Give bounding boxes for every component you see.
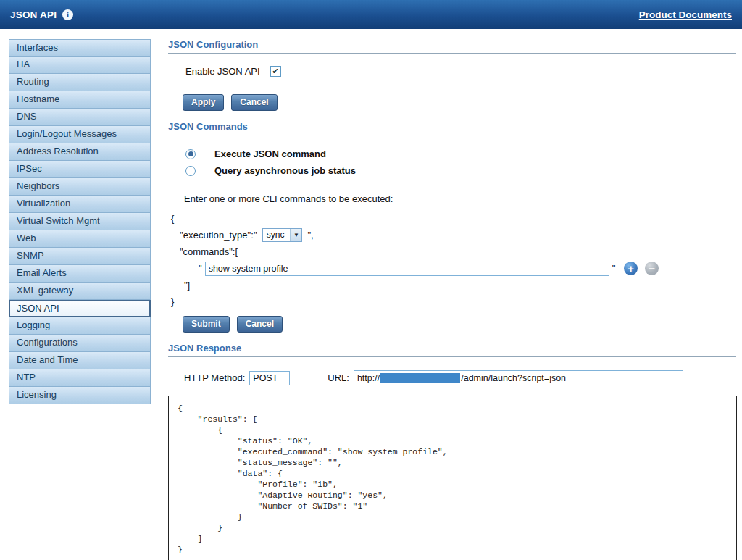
top-header: JSON API i Product Documents	[0, 0, 742, 29]
json-commands-title: JSON Commands	[168, 121, 736, 132]
sidebar-item-xml-gateway[interactable]: XML gateway	[9, 283, 151, 300]
sidebar-item-hostname[interactable]: Hostname	[9, 91, 151, 109]
json-response-text: { "results": [ { "status": "OK", "execut…	[178, 403, 728, 555]
section-divider	[168, 135, 736, 135]
sidebar-item-interfaces[interactable]: Interfaces	[9, 39, 151, 57]
product-documents-link[interactable]: Product Documents	[639, 9, 732, 20]
request-info-row: HTTP Method: URL: http:// /admin/launch?…	[184, 370, 736, 385]
enable-json-api-checkbox[interactable]: ✔	[270, 66, 281, 77]
section-divider	[168, 356, 736, 357]
sidebar-item-json-api[interactable]: JSON API	[9, 300, 151, 317]
json-configuration-title: JSON Configuration	[168, 39, 736, 50]
config-cancel-button[interactable]: Cancel	[231, 94, 277, 111]
remove-command-button[interactable]: −	[645, 262, 659, 275]
json-open-brace: {	[171, 210, 736, 227]
url-prefix: http://	[357, 373, 380, 383]
checkbox-check-icon: ✔	[272, 67, 279, 76]
http-method-label: HTTP Method:	[184, 372, 245, 383]
sidebar-item-web[interactable]: Web	[9, 230, 151, 248]
command-close-quote: "	[612, 260, 616, 277]
url-redaction-block	[380, 373, 460, 383]
http-method-input[interactable]	[249, 371, 290, 385]
sidebar-item-date-and-time[interactable]: Date and Time	[9, 352, 151, 369]
submit-button[interactable]: Submit	[183, 316, 230, 333]
sidebar-item-virtualization[interactable]: Virtualization	[9, 196, 151, 213]
command-json-editor: { "execution_type":" sync ▼ ", "commands…	[171, 210, 736, 310]
execution-type-prefix: "execution_type":"	[180, 227, 257, 243]
url-input[interactable]: http:// /admin/launch?script=json	[354, 370, 683, 385]
sidebar-item-configurations[interactable]: Configurations	[9, 335, 151, 352]
apply-button[interactable]: Apply	[183, 94, 224, 111]
sidebar-item-neighbors[interactable]: Neighbors	[9, 178, 151, 196]
page-title: JSON API	[10, 9, 57, 20]
json-response-title: JSON Response	[168, 343, 736, 354]
config-buttons-row: Apply Cancel	[183, 94, 736, 111]
info-icon[interactable]: i	[62, 9, 73, 20]
execute-json-command-radio[interactable]	[186, 149, 196, 159]
commands-open-line: "commands":[	[180, 243, 736, 260]
sidebar-item-ntp[interactable]: NTP	[9, 369, 151, 387]
cli-commands-prompt: Enter one or more CLI commands to be exe…	[184, 193, 736, 204]
cli-command-input[interactable]	[205, 262, 609, 276]
sidebar-item-routing[interactable]: Routing	[9, 74, 151, 91]
add-command-button[interactable]: +	[624, 262, 638, 275]
sidebar-item-dns[interactable]: DNS	[9, 109, 151, 126]
url-label: URL:	[328, 372, 349, 383]
sidebar-item-ha[interactable]: HA	[9, 57, 151, 74]
command-open-quote: "	[199, 260, 202, 277]
sidebar-item-ipsec[interactable]: IPSec	[9, 161, 151, 178]
execution-type-select[interactable]: sync ▼	[262, 228, 303, 242]
sidebar-item-address-resolution[interactable]: Address Resolution	[9, 143, 151, 161]
enable-json-api-row: Enable JSON API ✔	[186, 66, 736, 77]
json-response-output: { "results": [ { "status": "OK", "execut…	[168, 396, 737, 560]
sidebar-item-licensing[interactable]: Licensing	[9, 387, 151, 404]
commands-cancel-button[interactable]: Cancel	[237, 316, 283, 333]
execute-json-command-label[interactable]: Execute JSON command	[214, 149, 326, 159]
radio-row-execute: Execute JSON command	[186, 146, 736, 162]
commands-buttons-row: Submit Cancel	[183, 316, 736, 333]
section-divider	[168, 53, 736, 54]
execution-type-value: sync	[263, 229, 291, 241]
url-suffix: /admin/launch?script=json	[461, 373, 566, 383]
sidebar-item-virtual-switch-mgmt[interactable]: Virtual Switch Mgmt	[9, 213, 151, 230]
query-async-job-status-radio[interactable]	[186, 166, 196, 176]
query-async-job-status-label[interactable]: Query asynchronous job status	[214, 165, 356, 176]
radio-row-query: Query asynchronous job status	[186, 162, 736, 179]
command-input-line: " " + −	[199, 260, 736, 277]
execution-type-line: "execution_type":" sync ▼ ",	[180, 227, 736, 243]
sidebar-item-snmp[interactable]: SNMP	[9, 248, 151, 265]
sidebar-item-logging[interactable]: Logging	[9, 317, 151, 335]
execution-type-suffix: ",	[307, 227, 313, 243]
sidebar-nav: Interfaces HA Routing Hostname DNS Login…	[9, 39, 151, 560]
enable-json-api-label: Enable JSON API	[186, 66, 260, 77]
sidebar-item-email-alerts[interactable]: Email Alerts	[9, 265, 151, 283]
sidebar-item-login-logout-messages[interactable]: Login/Logout Messages	[9, 126, 151, 143]
json-close-brace: }	[171, 293, 736, 310]
page-body: Interfaces HA Routing Hostname DNS Login…	[0, 29, 742, 560]
commands-close-line: "]	[184, 277, 736, 293]
main-content: JSON Configuration Enable JSON API ✔ App…	[151, 39, 742, 560]
chevron-down-icon: ▼	[290, 229, 301, 241]
